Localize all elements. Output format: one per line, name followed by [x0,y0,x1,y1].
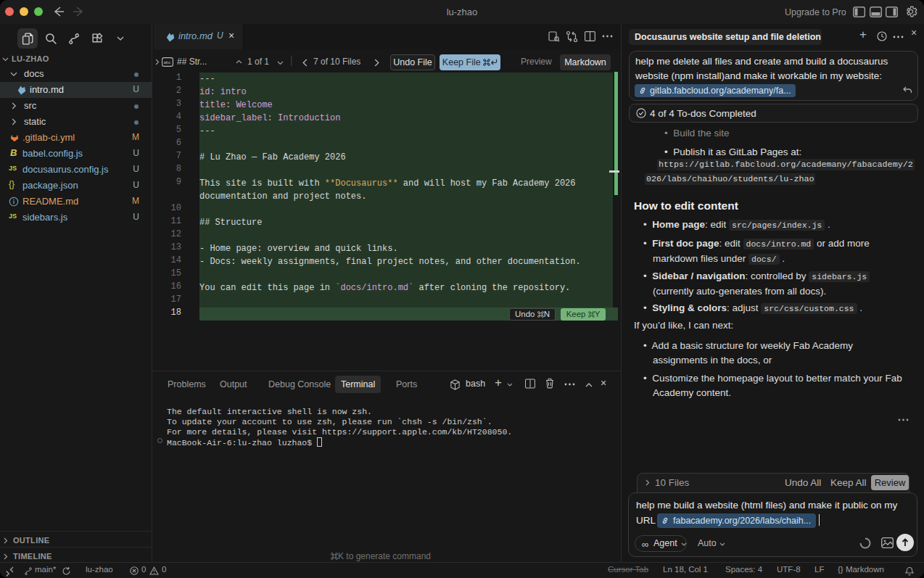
svg-text:abc: abc [164,60,171,65]
